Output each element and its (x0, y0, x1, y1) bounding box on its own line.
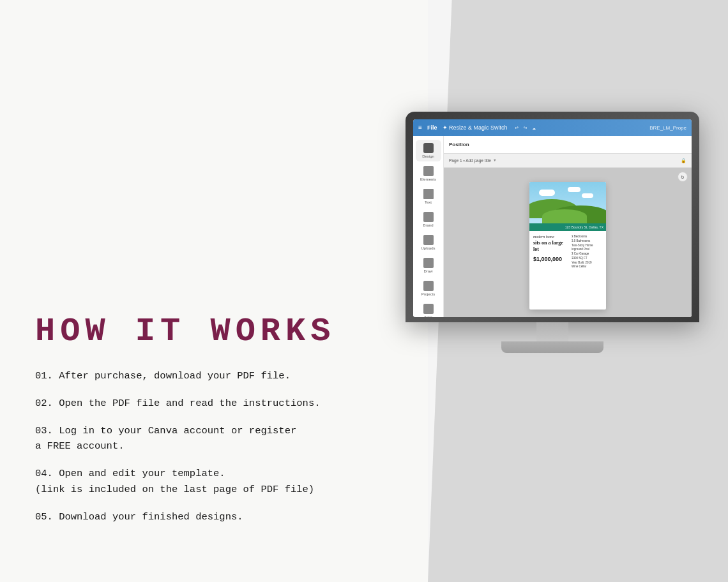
step-4-line1: Open and edit your template. (59, 468, 225, 479)
flyer-right: 3 Bedrooms 3.5 Bathrooms Two-Story Home … (572, 235, 602, 269)
undo-icon[interactable]: ↩ (515, 124, 519, 131)
lock-icon: 🔒 (681, 158, 686, 163)
flyer-price: $1,000,000 (533, 256, 569, 262)
elements-icon (423, 166, 434, 176)
step-3-number: 03. (35, 425, 59, 436)
chevron-icon[interactable]: ▼ (494, 158, 496, 163)
step-4-line2: (link is included on the last page of PD… (35, 484, 314, 495)
canva-main: Position Page 1 • Add page title ▼ 🔒 (444, 136, 692, 317)
brand-label: Brand (423, 223, 433, 227)
page-indicator-bar: Page 1 • Add page title ▼ 🔒 (444, 154, 692, 168)
step-3: 03. Log in to your Canva account or regi… (35, 423, 425, 455)
monitor-bezel: ≡ File ✦ Resize & Magic Switch ↩ ↪ ☁ BRE… (406, 112, 699, 322)
sidebar-draw[interactable]: Draw (416, 255, 441, 276)
step-5-text: Download your finished designs. (59, 511, 243, 523)
step-1-number: 01. (35, 370, 59, 382)
flyer-detail-stories: Two-Story Home (572, 244, 602, 248)
sidebar-projects[interactable]: Projects (416, 278, 441, 299)
page-content: HOW IT WORKS 01. After purchase, downloa… (0, 0, 728, 582)
step-2-text: Open the PDF file and read the instructi… (59, 398, 320, 409)
flyer-sits-text: sits on a large lot (533, 240, 569, 252)
step-5: 05. Download your finished designs. (35, 509, 425, 525)
flyer-preview: 123 Boundry St, Dallas, TX modern home s… (529, 182, 606, 310)
projects-label: Projects (421, 292, 436, 296)
sidebar-elements[interactable]: Elements (416, 163, 441, 184)
step-4: 04. Open and edit your template. (link i… (35, 466, 425, 498)
cloud-2 (568, 187, 580, 192)
apps-label: Apps (424, 315, 433, 317)
position-label: Position (449, 142, 469, 147)
filename: BRE_LM_Prope (649, 125, 686, 131)
flyer-main-content: modern home sits on a large lot $1,000,0… (529, 231, 606, 273)
elements-label: Elements (420, 177, 436, 181)
monitor-neck (536, 322, 568, 341)
canva-header: ≡ File ✦ Resize & Magic Switch ↩ ↪ ☁ BRE… (413, 119, 692, 136)
steps-list: 01. After purchase, download your PDF fi… (35, 368, 425, 525)
file-label[interactable]: File (427, 124, 437, 131)
flyer-detail-garage: 3 Car Garage (572, 252, 602, 257)
flyer-modern-home: modern home (533, 235, 569, 239)
projects-icon (423, 281, 434, 291)
hill-mid (542, 209, 587, 223)
flyer-hills (529, 201, 606, 223)
sidebar-text[interactable]: Text (416, 186, 441, 207)
computer-mockup: ≡ File ✦ Resize & Magic Switch ↩ ↪ ☁ BRE… (396, 112, 709, 353)
flyer-left: modern home sits on a large lot $1,000,0… (533, 235, 569, 269)
flyer-detail-year: Year Built: 2019 (572, 261, 602, 265)
monitor: ≡ File ✦ Resize & Magic Switch ↩ ↪ ☁ BRE… (402, 112, 702, 353)
sidebar-design[interactable]: Design (416, 140, 441, 161)
step-5-number: 05. (35, 511, 59, 523)
canva-body: Design Elements Text (413, 136, 692, 317)
step-2: 02. Open the PDF file and read the instr… (35, 396, 425, 412)
flyer-detail-pool: Inground Pool (572, 248, 602, 252)
cloud-3 (582, 193, 593, 198)
apps-icon (423, 304, 434, 314)
screen: ≡ File ✦ Resize & Magic Switch ↩ ↪ ☁ BRE… (413, 119, 692, 317)
sidebar-apps[interactable]: Apps (416, 301, 441, 317)
how-it-works-heading: HOW IT WORKS (35, 313, 425, 350)
design-label: Design (422, 154, 434, 158)
resize-label[interactable]: ✦ Resize & Magic Switch (443, 124, 508, 131)
step-2-number: 02. (35, 398, 59, 409)
text-icon (423, 189, 434, 199)
step-1-text: After purchase, download your PDF file. (59, 370, 291, 382)
uploads-label: Uploads (421, 246, 435, 250)
flyer-sky (529, 182, 606, 223)
step-3-line1: Log in to your Canva account or register (59, 425, 296, 436)
redo-icon[interactable]: ↪ (524, 124, 527, 131)
cloud-icon: ☁ (532, 124, 535, 131)
refresh-icon[interactable]: ↻ (678, 172, 688, 182)
sidebar-uploads[interactable]: Uploads (416, 232, 441, 253)
position-panel-bar: Position (444, 136, 692, 154)
design-icon (423, 143, 434, 153)
page-indicator-text: Page 1 • Add page title (449, 158, 491, 163)
flyer-detail-wine: Wine Cellar (572, 265, 602, 269)
sidebar-brand[interactable]: Brand (416, 209, 441, 230)
uploads-icon (423, 235, 434, 245)
draw-label: Draw (423, 269, 432, 273)
monitor-base (501, 341, 603, 353)
flyer-address-bar: 123 Boundry St, Dallas, TX (529, 223, 606, 231)
how-it-works-section: HOW IT WORKS 01. After purchase, downloa… (35, 313, 425, 537)
text-label: Text (425, 200, 432, 204)
flyer-detail-bedrooms: 3 Bedrooms (572, 235, 602, 239)
menu-icon[interactable]: ≡ (418, 124, 422, 131)
draw-icon (423, 258, 434, 268)
canva-sidebar: Design Elements Text (413, 136, 444, 317)
canvas-area[interactable]: ↻ (444, 168, 692, 317)
flyer-detail-bathrooms: 3.5 Bathrooms (572, 239, 602, 244)
step-1: 01. After purchase, download your PDF fi… (35, 368, 425, 384)
flyer-detail-sqft: 3300 SQ FT (572, 257, 602, 261)
step-3-line2: a FREE account. (35, 440, 125, 452)
step-4-number: 04. (35, 468, 59, 479)
flyer-address-text: 123 Boundry St, Dallas, TX (565, 225, 603, 229)
cloud-1 (539, 190, 555, 196)
brand-icon (423, 212, 434, 222)
